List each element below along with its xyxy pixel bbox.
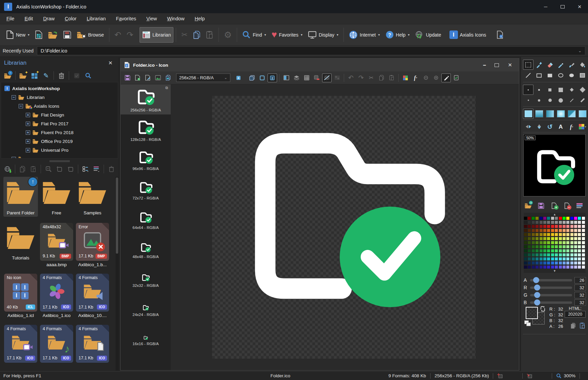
palette-color[interactable]	[547, 225, 550, 228]
darken-icon[interactable]	[431, 73, 441, 82]
flip-horizontal-icon[interactable]	[523, 122, 533, 132]
paste-item-button[interactable]	[29, 164, 39, 174]
settings-button[interactable]: ⚙	[221, 27, 234, 43]
palette-color[interactable]	[535, 261, 539, 265]
doc-close-button[interactable]: ✕	[508, 62, 512, 68]
brush-round-3[interactable]	[545, 95, 555, 105]
palette-color[interactable]	[535, 257, 539, 261]
palette-color[interactable]	[582, 241, 585, 245]
palette-color[interactable]	[539, 229, 543, 232]
palette-color[interactable]	[551, 216, 554, 220]
pen-tool-icon[interactable]	[441, 73, 451, 82]
palette-color[interactable]	[531, 261, 535, 265]
add-icon-button[interactable]: +	[43, 164, 53, 174]
library-folder-free[interactable]: Free	[39, 177, 74, 217]
palette-color[interactable]	[554, 257, 558, 261]
palette-color[interactable]	[551, 253, 554, 257]
swap-colors-icon[interactable]	[540, 306, 546, 312]
cut-button[interactable]: ✂	[178, 27, 190, 43]
palette-color[interactable]	[578, 237, 581, 240]
palette-color[interactable]	[570, 265, 574, 269]
favorites-button[interactable]: ♥ Favorites▾	[269, 27, 305, 43]
palette-color[interactable]	[559, 216, 562, 220]
function-icon[interactable]: f▾	[566, 122, 577, 132]
view-list-button[interactable]	[91, 164, 101, 174]
filled-rectangle-tool[interactable]	[545, 70, 555, 80]
palette-color[interactable]	[559, 261, 562, 265]
brush-size-4[interactable]	[555, 85, 566, 95]
slider-track[interactable]	[530, 287, 572, 289]
foreground-color-swatch[interactable]	[526, 307, 538, 319]
palette-color[interactable]	[543, 245, 547, 249]
palette-color[interactable]	[543, 253, 547, 257]
menu-edit[interactable]: Edit	[19, 14, 38, 23]
copy-button[interactable]	[190, 27, 203, 43]
palette-color[interactable]	[535, 253, 539, 257]
brush-round-1[interactable]	[523, 95, 533, 105]
palette-color[interactable]	[582, 257, 585, 261]
palette-color[interactable]	[574, 249, 578, 253]
palette-color[interactable]	[559, 245, 562, 249]
menu-help[interactable]: Help	[190, 14, 210, 23]
palette-color[interactable]	[554, 261, 558, 265]
duplicate-format-icon[interactable]	[247, 73, 257, 82]
palette-color[interactable]	[527, 237, 531, 240]
brush-size-2[interactable]	[534, 85, 544, 95]
palette-color[interactable]	[574, 253, 578, 257]
palette-color[interactable]	[562, 229, 566, 232]
tree-expand-icon[interactable]: +	[26, 148, 30, 152]
tree-item-fluent-pro-2018[interactable]: + Fluent Pro 2018	[1, 128, 118, 137]
copy-item-button[interactable]	[18, 164, 27, 174]
axialis-icons-button[interactable]: I Axialis Icons	[447, 27, 489, 43]
palette-color[interactable]	[578, 220, 581, 224]
palette-color[interactable]	[551, 233, 554, 236]
palette-color[interactable]	[535, 265, 539, 269]
search-button[interactable]	[83, 70, 93, 81]
palette-color[interactable]	[566, 229, 570, 232]
palette-color[interactable]	[570, 241, 574, 245]
recently-used-combo[interactable]: D:\Folder.ico ⌄	[37, 46, 585, 55]
tree-item-office-pro-2019[interactable]: + Office Pro 2019	[1, 137, 118, 146]
new-format-icon[interactable]: +	[133, 73, 142, 82]
rectangle-tool[interactable]	[534, 70, 544, 80]
palette-color[interactable]	[578, 249, 581, 253]
palette-color[interactable]	[539, 257, 543, 261]
save-format-icon[interactable]	[123, 73, 132, 82]
palette-color[interactable]	[578, 216, 581, 220]
palette-color[interactable]	[531, 237, 535, 240]
palette-color[interactable]	[547, 253, 550, 257]
palette-color[interactable]	[547, 241, 550, 245]
palette-color[interactable]	[543, 229, 547, 232]
fill-tool[interactable]	[577, 60, 588, 70]
new-library-button[interactable]: ✦	[29, 70, 40, 81]
library-scrollbar[interactable]	[115, 177, 119, 371]
menu-view[interactable]: View	[141, 14, 162, 23]
palette-color[interactable]	[566, 233, 570, 236]
layers-icon[interactable]	[292, 73, 301, 82]
palette-color[interactable]	[562, 241, 566, 245]
palette-color[interactable]	[574, 257, 578, 261]
palette-color[interactable]	[547, 220, 550, 224]
palette-color[interactable]	[547, 265, 550, 269]
library-file-item[interactable]: 4 Formats 17.1 Kb ICO	[75, 324, 110, 370]
palette-color[interactable]	[578, 265, 581, 269]
palette-scroll-up[interactable]: ▲	[524, 213, 586, 216]
tree-item-flat-design[interactable]: + Flat Design	[1, 110, 118, 119]
text-tool[interactable]: A	[555, 122, 566, 132]
extract-icon-button[interactable]	[66, 164, 76, 174]
palette-color[interactable]	[543, 233, 547, 236]
palette-color[interactable]	[582, 229, 585, 232]
palette-color[interactable]	[582, 253, 585, 257]
palette-color[interactable]	[574, 265, 578, 269]
tree-expand-icon[interactable]: +	[26, 130, 30, 135]
redo-button[interactable]: ↷	[124, 27, 136, 43]
palette-color[interactable]	[527, 253, 531, 257]
palette-color[interactable]	[559, 229, 562, 232]
copy-color-icon[interactable]	[570, 322, 576, 330]
palette-color[interactable]	[531, 241, 535, 245]
doc-paste-icon[interactable]	[387, 73, 396, 82]
format-entry-48x48[interactable]: 48x48 - RGB/A	[121, 235, 171, 265]
brush-diamond-small[interactable]	[566, 85, 577, 95]
slider-track[interactable]	[530, 301, 572, 304]
palette-color[interactable]	[566, 257, 570, 261]
